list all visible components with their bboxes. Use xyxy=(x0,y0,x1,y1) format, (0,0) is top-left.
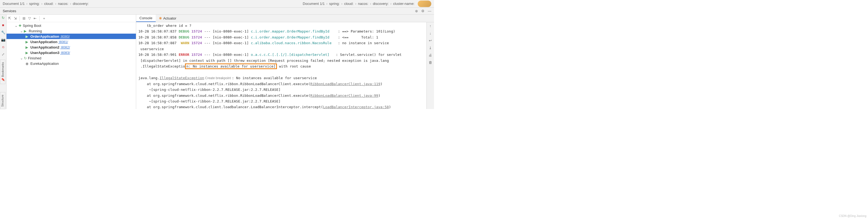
bc-item[interactable]: Document 1/1 xyxy=(303,2,325,6)
soft-wrap-icon[interactable]: ↩ xyxy=(429,38,432,42)
services-title: Services xyxy=(3,9,16,13)
chevron-right-icon: › xyxy=(390,2,392,6)
node-label: Spring Boot xyxy=(23,24,41,28)
exception-link[interactable]: IllegalStateException xyxy=(159,76,204,80)
breadcrumb-left: Document 1/1› spring:› cloud:› nacos:› d… xyxy=(3,2,89,6)
app-name: EurekaApplication xyxy=(30,62,59,66)
down-icon[interactable]: ↓ xyxy=(429,31,431,35)
play-icon: ▶ xyxy=(26,40,29,44)
tree-body[interactable]: ⌄ ❖ Spring Boot ⌄ ▶ Running ▶ OrderAppli… xyxy=(6,22,136,109)
scroll-end-icon[interactable]: ⤓ xyxy=(429,46,432,50)
minimize-icon[interactable]: — xyxy=(428,9,431,13)
chevron-down-icon: ⌄ xyxy=(20,56,23,60)
actuator-icon: ❋ xyxy=(159,16,162,20)
app-icon: ◉ xyxy=(26,62,29,66)
rerun-icon[interactable]: ↻ xyxy=(2,16,5,20)
breadcrumb-bar: Document 1/1› spring:› cloud:› nacos:› d… xyxy=(0,0,434,8)
grid-icon[interactable]: ⊞ xyxy=(23,16,26,20)
tree-app-order[interactable]: ▶ OrderApplication :8080/ xyxy=(6,34,136,39)
services-header: Services ⊕ ⚙ — xyxy=(0,8,434,14)
bc-item[interactable]: cloud: xyxy=(344,2,354,6)
add-service-icon[interactable]: ⊕ xyxy=(415,9,418,13)
bc-item[interactable]: discovery: xyxy=(373,2,389,6)
restart-icon: ↻ xyxy=(24,56,27,60)
play-icon: ▶ xyxy=(24,29,28,33)
import-icon[interactable]: ⇤ xyxy=(34,16,37,20)
tree-running[interactable]: ⌄ ▶ Running xyxy=(6,28,136,34)
expand-all-icon[interactable]: ⇱ xyxy=(8,16,11,20)
app-name: UserApplication xyxy=(30,40,58,44)
app-name: OrderApplication xyxy=(30,34,59,38)
console-tabs: Console ❋ Actuator xyxy=(136,14,434,22)
tree-finished[interactable]: ⌄ ↻ Finished xyxy=(6,55,136,61)
bc-item[interactable]: discovery: xyxy=(73,2,89,6)
chevron-right-icon: › xyxy=(41,2,42,6)
bc-item[interactable]: Document 1/1 xyxy=(3,2,25,6)
app-port[interactable]: :8083/ xyxy=(60,51,70,55)
chevron-right-icon: › xyxy=(355,2,356,6)
tree-app-user3[interactable]: ▶ UserApplication3 :8083/ xyxy=(6,50,136,55)
gear-icon[interactable]: ⚙ xyxy=(421,9,425,13)
play-icon: ▶ xyxy=(26,45,29,49)
tree-root-springboot[interactable]: ⌄ ❖ Spring Boot xyxy=(6,23,136,28)
app-port[interactable]: :8080/ xyxy=(60,34,70,38)
bc-item[interactable]: nacos: xyxy=(358,2,368,6)
chevron-right-icon: › xyxy=(55,2,56,6)
up-icon[interactable]: ↑ xyxy=(429,24,431,28)
exit-icon[interactable]: ⎋ xyxy=(2,45,4,49)
bc-item[interactable]: spring: xyxy=(29,2,40,6)
app-name: UserApplication2 xyxy=(30,45,59,49)
breadcrumb-right: Document 1/1› spring:› cloud:› nacos:› d… xyxy=(303,1,431,7)
chevron-down-icon: ⌄ xyxy=(20,29,23,33)
console-panel: Console ❋ Actuator tb_order where id = ?… xyxy=(136,14,434,109)
console-right-gutter: ↑ ↓ ↩ ⤓ 🖨 🗑 xyxy=(426,22,434,109)
avatar-icon xyxy=(418,1,431,7)
chevron-right-icon: › xyxy=(70,2,71,6)
source-link[interactable]: RibbonLoadBalancerClient.java:119 xyxy=(310,82,380,86)
bc-item[interactable]: nacos: xyxy=(58,2,68,6)
node-label: Finished xyxy=(28,56,41,60)
tree-app-user2[interactable]: ▶ UserApplication2 :8082/ xyxy=(6,44,136,50)
expand-icon[interactable]: ⤢ xyxy=(2,52,5,56)
source-link[interactable]: LoadBalancerInterceptor.java:58 xyxy=(323,105,389,109)
bc-item[interactable]: cloud: xyxy=(44,2,54,6)
tree-panel: ⇱ ⇲ ⊞ ▽ ⇤ ＋ ⌄ ❖ Spring Boot ⌄ ▶ Running xyxy=(6,14,136,109)
tree-finished-app-eureka[interactable]: ◉ EurekaApplication xyxy=(6,61,136,66)
play-icon: ▶ xyxy=(26,51,29,55)
camera-icon[interactable]: 📷 xyxy=(1,38,5,42)
tree-toolbar: ⇱ ⇲ ⊞ ▽ ⇤ ＋ xyxy=(6,14,136,22)
tab-actuator[interactable]: ❋ Actuator xyxy=(156,14,180,22)
chevron-right-icon: › xyxy=(370,2,371,6)
app-port[interactable]: :8082/ xyxy=(60,45,70,49)
bookmarks-side-tab[interactable]: 🔖 Bookmarks xyxy=(0,60,5,84)
play-icon: ▶ xyxy=(26,34,29,38)
chevron-down-icon: ⌄ xyxy=(14,24,18,28)
stop-icon[interactable]: ■ xyxy=(2,23,4,27)
app-name: UserApplication3 xyxy=(30,51,59,55)
filter-icon[interactable]: ▽ xyxy=(28,16,31,20)
structure-side-tab[interactable]: Structure xyxy=(0,92,5,109)
app-port[interactable]: :8081/ xyxy=(58,40,68,44)
tree-app-user[interactable]: ▶ UserApplication :8081/ xyxy=(6,39,136,44)
highlighted-error: n: No instances available for userservic… xyxy=(185,63,277,69)
bc-item[interactable]: cluster-name: xyxy=(393,2,414,6)
wrench-icon[interactable]: 🔧 xyxy=(1,30,5,34)
console-output[interactable]: tb_order where id = ? 10-28 16:58:07:837… xyxy=(136,22,426,109)
source-link[interactable]: RibbonLoadBalancerClient.java:99 xyxy=(310,94,378,98)
print-icon[interactable]: 🖨 xyxy=(429,53,432,57)
tab-label: Actuator xyxy=(163,16,176,20)
bc-item[interactable]: spring: xyxy=(329,2,340,6)
node-label: Running xyxy=(29,29,42,33)
tab-label: Console xyxy=(140,16,152,20)
tab-console[interactable]: Console xyxy=(136,14,156,22)
chevron-right-icon: › xyxy=(341,2,342,6)
spring-icon: ❖ xyxy=(19,24,22,28)
collapse-all-icon[interactable]: ⇲ xyxy=(14,16,17,20)
trash-icon[interactable]: 🗑 xyxy=(429,60,432,65)
chevron-right-icon: › xyxy=(26,2,27,6)
plus-icon[interactable]: ＋ xyxy=(42,16,46,21)
chevron-right-icon: › xyxy=(326,2,328,6)
bookmark-icon: 🔖 xyxy=(1,78,5,82)
